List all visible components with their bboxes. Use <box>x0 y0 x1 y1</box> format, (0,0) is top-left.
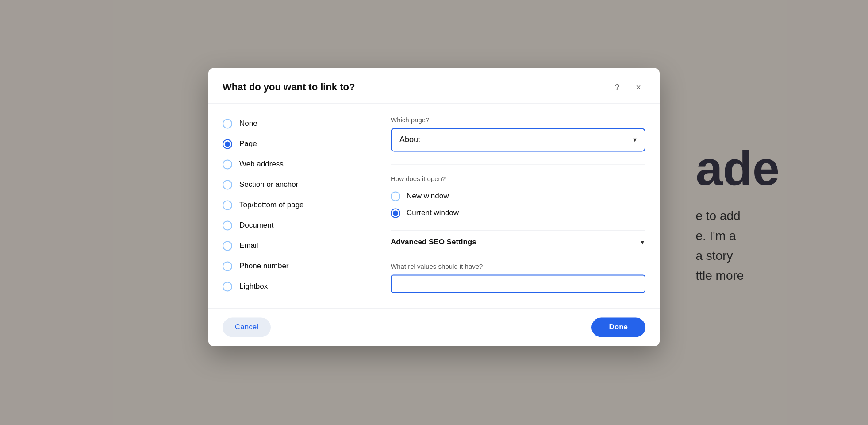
rel-values-input[interactable] <box>391 274 645 293</box>
option-current-window[interactable]: Current window <box>391 208 645 218</box>
radio-page-fill <box>225 141 230 147</box>
radio-lightbox[interactable] <box>223 282 232 291</box>
advanced-seo-title: Advanced SEO Settings <box>391 238 476 247</box>
label-section-anchor: Section or anchor <box>239 180 298 189</box>
option-web-address[interactable]: Web address <box>217 155 367 174</box>
modal-footer: Cancel Done <box>208 308 660 346</box>
radio-current-window[interactable] <box>391 208 400 218</box>
advanced-seo-accordion[interactable]: Advanced SEO Settings ▼ <box>391 230 645 254</box>
selected-page-value: About <box>399 135 420 144</box>
radio-phone[interactable] <box>223 261 232 271</box>
label-document: Document <box>239 221 273 230</box>
label-current-window: Current window <box>407 209 459 217</box>
label-top-bottom: Top/bottom of page <box>239 201 304 209</box>
cancel-button[interactable]: Cancel <box>223 317 271 337</box>
link-settings-panel: Which page? About ▾ How does it open? Ne… <box>376 104 660 308</box>
option-document[interactable]: Document <box>217 216 367 235</box>
option-top-bottom[interactable]: Top/bottom of page <box>217 196 367 214</box>
radio-page[interactable] <box>223 139 232 149</box>
radio-top-bottom[interactable] <box>223 200 232 210</box>
label-page: Page <box>239 139 257 148</box>
radio-document[interactable] <box>223 220 232 230</box>
radio-current-window-fill <box>393 210 398 216</box>
divider-1 <box>391 164 645 164</box>
modal-body: None Page Web address Section or anchor <box>208 104 660 308</box>
link-type-panel: None Page Web address Section or anchor <box>208 104 376 308</box>
label-phone: Phone number <box>239 262 289 270</box>
label-email: Email <box>239 241 258 250</box>
advanced-seo-body: What rel values should it have? <box>391 254 645 293</box>
chevron-down-icon: ▾ <box>633 135 637 144</box>
option-section-anchor[interactable]: Section or anchor <box>217 175 367 194</box>
radio-new-window[interactable] <box>391 191 400 201</box>
option-email[interactable]: Email <box>217 236 367 255</box>
which-page-label: Which page? <box>391 116 645 124</box>
option-none[interactable]: None <box>217 114 367 133</box>
radio-email[interactable] <box>223 241 232 251</box>
how-open-label: How does it open? <box>391 175 645 182</box>
page-select[interactable]: About ▾ <box>391 128 645 151</box>
radio-web-address[interactable] <box>223 159 232 169</box>
accordion-arrow-icon: ▼ <box>639 239 645 246</box>
modal-header: What do you want to link to? ? × <box>208 68 660 104</box>
option-new-window[interactable]: New window <box>391 191 645 201</box>
label-lightbox: Lightbox <box>239 282 268 291</box>
option-page[interactable]: Page <box>217 135 367 153</box>
option-lightbox[interactable]: Lightbox <box>217 277 367 296</box>
done-button[interactable]: Done <box>591 317 646 337</box>
option-phone[interactable]: Phone number <box>217 257 367 275</box>
label-new-window: New window <box>407 192 449 201</box>
rel-values-label: What rel values should it have? <box>391 263 645 270</box>
link-dialog: What do you want to link to? ? × None Pa… <box>208 68 660 346</box>
modal-help-button[interactable]: ? <box>610 80 624 94</box>
page-select-wrapper: About ▾ <box>391 128 645 151</box>
header-actions: ? × <box>610 80 645 94</box>
modal-close-button[interactable]: × <box>631 80 645 94</box>
label-web-address: Web address <box>239 160 284 169</box>
radio-section-anchor[interactable] <box>223 180 232 189</box>
radio-none[interactable] <box>223 119 232 128</box>
label-none: None <box>239 119 257 128</box>
open-mode-group: New window Current window <box>391 191 645 218</box>
modal-title: What do you want to link to? <box>223 81 355 93</box>
